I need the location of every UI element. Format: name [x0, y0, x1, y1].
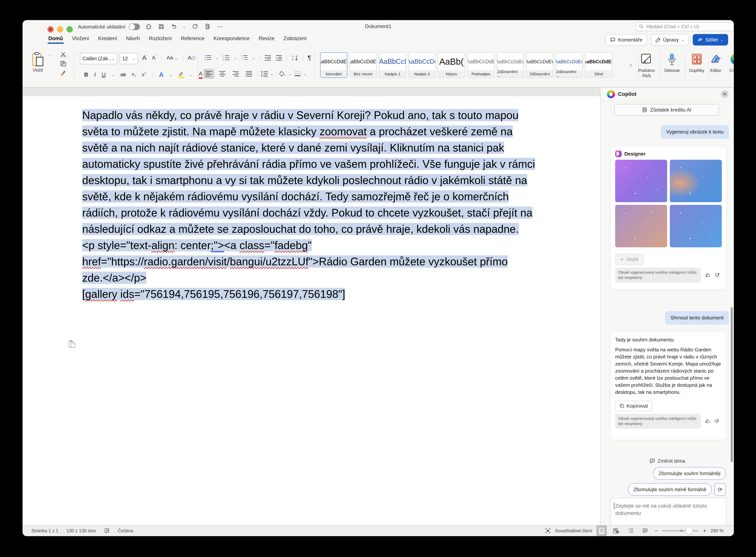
editing-mode-button[interactable]: Úpravy⌄: [651, 34, 689, 46]
focus-mode-label[interactable]: Soustředěné čtení: [555, 528, 592, 533]
print-layout-view-button[interactable]: [596, 525, 607, 536]
style-nadpis-1[interactable]: AaBbCcINadpis 1: [379, 52, 406, 78]
copy-icon[interactable]: [60, 60, 66, 67]
style-norm-ln-[interactable]: AaBbCcDdEeNormální: [320, 52, 347, 78]
document-line[interactable]: zde.</a></p>: [82, 270, 535, 286]
style-zd-razn-n-[interactable]: AaBbCcDdEeZdůraznění: [526, 52, 553, 78]
change-case-icon[interactable]: Aa ⌄: [166, 55, 178, 61]
document-line[interactable]: následující odkaz a můžete se zaposlouch…: [82, 221, 535, 237]
editor-button[interactable]: Editor: [705, 52, 726, 73]
document-line[interactable]: [gallery ids="756194,756195,756196,75619…: [82, 286, 535, 302]
ribbon-tab-korespondence[interactable]: Korespondence: [214, 36, 250, 44]
style-n-zev[interactable]: AaBb(Název: [438, 52, 465, 78]
superscript-icon[interactable]: x2: [142, 71, 146, 78]
ribbon-tab-revize[interactable]: Revize: [258, 36, 275, 44]
justify-button[interactable]: [244, 69, 255, 79]
ribbon-tab-rozložení[interactable]: Rozložení: [149, 36, 172, 44]
sort-icon[interactable]: AZ: [292, 55, 298, 61]
bold-icon[interactable]: B: [84, 71, 88, 78]
paste-button[interactable]: Vložit: [28, 52, 48, 73]
document-line[interactable]: světě, kde k nějakém rádiovému vysílání …: [82, 188, 535, 205]
zoom-slider-knob[interactable]: [686, 527, 693, 534]
refresh-suggestions-button[interactable]: ⟳: [714, 483, 726, 496]
suggestion-chip-formal[interactable]: Zformulujte souhrn formálněji: [653, 467, 726, 480]
document-text[interactable]: Napadlo vás někdy, co právě hraje v rádi…: [82, 107, 535, 302]
copy-summary-button[interactable]: Kopírovat: [615, 401, 652, 411]
document-line[interactable]: automaticky spustíte živé přehrávání rád…: [82, 156, 535, 172]
align-right-button[interactable]: [230, 69, 241, 79]
document-line[interactable]: Napadlo vás někdy, co právě hraje v rádi…: [82, 107, 535, 123]
paste-options-floatie[interactable]: [68, 340, 76, 348]
decrease-indent-icon[interactable]: [264, 55, 271, 61]
style-zd-razn-n-[interactable]: AaBbCcDdEeZdůraznění –...: [556, 52, 583, 78]
document-line[interactable]: href="https://radio.garden/visit/bangui/…: [82, 254, 535, 270]
thumbs-up-icon[interactable]: [705, 419, 710, 424]
document-line[interactable]: <p style="text-align: center;"><a class=…: [82, 237, 535, 254]
cut-icon[interactable]: [60, 51, 66, 58]
clear-formatting-icon[interactable]: A◇: [188, 54, 196, 61]
style-nadpis-2[interactable]: AaBbCcDcNadpis 2: [409, 52, 436, 78]
grow-font-icon[interactable]: Aˆ: [142, 54, 148, 61]
dictate-button[interactable]: Diktovat: [660, 52, 683, 73]
format-painter-icon[interactable]: [60, 69, 66, 76]
document-line[interactable]: světa to můžete zjistit. Na mapě můžete …: [82, 123, 535, 140]
align-left-button[interactable]: [203, 69, 214, 79]
style-siln-[interactable]: AaBbCcDdEeSilné: [585, 52, 612, 78]
ribbon-tab-návrh[interactable]: Návrh: [126, 36, 140, 44]
style-bez-mezer[interactable]: AaBbCcDdEeBez mezer: [350, 52, 377, 78]
zoom-in-icon[interactable]: +: [703, 528, 706, 534]
italic-icon[interactable]: I: [94, 71, 96, 78]
panel-scrollbar[interactable]: [731, 307, 733, 462]
ai-credit-button[interactable]: Zůstatek kreditu AI: [614, 104, 719, 116]
generated-image-2[interactable]: [670, 160, 722, 202]
align-center-button[interactable]: [217, 69, 228, 79]
underline-menu-chevron[interactable]: ⌄: [112, 72, 115, 77]
highlight-icon[interactable]: [178, 71, 184, 78]
proofing-icon[interactable]: [104, 528, 110, 533]
style-podnadpis[interactable]: AaBbCcDdEPodnadpis: [467, 52, 494, 78]
copilot-ribbon-button[interactable]: Copilot: [725, 52, 734, 73]
new-topic-button[interactable]: Změnit téma: [600, 458, 734, 464]
ribbon-tab-reference[interactable]: Reference: [181, 36, 205, 44]
comments-button[interactable]: Komentáře: [605, 34, 647, 46]
strikethrough-icon[interactable]: ab: [120, 72, 126, 78]
thumbs-up-icon[interactable]: [705, 272, 710, 278]
styles-gallery-more-chevron[interactable]: ›: [630, 62, 632, 68]
font-name-select[interactable]: Calibri (Zák...⌄: [80, 53, 117, 64]
style-zd-razn-n-[interactable]: AaBbCcDdEeZdůraznění –...: [497, 52, 524, 78]
document-line[interactable]: světě a na nich najít rádiové stanice, k…: [82, 140, 535, 156]
ribbon-tab-domů[interactable]: Domů: [49, 36, 63, 44]
text-effects-icon[interactable]: A: [159, 71, 164, 79]
search-input[interactable]: Hledání (Cmd + Ctrl + U): [636, 22, 734, 31]
zoom-slider[interactable]: [662, 530, 699, 531]
numbering-icon[interactable]: 123: [223, 55, 230, 61]
language-indicator[interactable]: Čeština: [118, 528, 133, 533]
line-spacing-icon[interactable]: [261, 71, 268, 77]
outline-view-button[interactable]: [626, 525, 636, 536]
document-line[interactable]: rádiích, protože k rádiovému vysílání do…: [82, 205, 535, 221]
increase-indent-icon[interactable]: [275, 55, 282, 61]
thumbs-down-icon[interactable]: [715, 272, 720, 278]
generated-image-1[interactable]: [615, 160, 667, 202]
insert-image-button[interactable]: + Vložit: [615, 254, 643, 265]
ribbon-tab-vložení[interactable]: Vložení: [72, 36, 89, 44]
document-line[interactable]: desktopu, tak i smartphonu a vy si tak m…: [82, 172, 535, 188]
thumbs-down-icon[interactable]: [714, 419, 719, 424]
font-color-icon[interactable]: A: [199, 70, 202, 79]
subscript-icon[interactable]: x2: [132, 71, 136, 78]
focus-mode-icon[interactable]: [545, 528, 551, 534]
paste-menu-chevron[interactable]: ⌄: [49, 53, 52, 57]
zoom-level[interactable]: 290 %: [711, 528, 724, 533]
styles-pane-button[interactable]: PodoknoStyly: [634, 52, 659, 78]
zoom-out-icon[interactable]: −: [655, 528, 658, 534]
underline-icon[interactable]: U: [102, 71, 106, 78]
share-button[interactable]: Sdílet⌄: [693, 34, 728, 46]
generated-image-4[interactable]: [670, 205, 722, 247]
ribbon-tab-zobrazení[interactable]: Zobrazení: [283, 36, 307, 44]
ribbon-tab-kreslení[interactable]: Kreslení: [98, 36, 117, 44]
multilevel-list-icon[interactable]: 1ai: [241, 55, 248, 61]
bullets-icon[interactable]: [204, 55, 212, 61]
close-panel-icon[interactable]: ✕: [721, 90, 728, 98]
shading-icon[interactable]: [279, 71, 286, 77]
web-layout-view-button[interactable]: [611, 525, 621, 536]
